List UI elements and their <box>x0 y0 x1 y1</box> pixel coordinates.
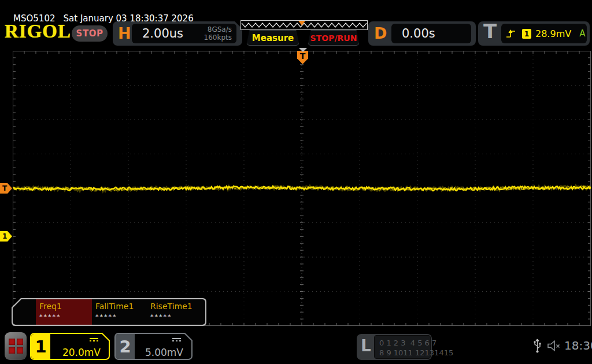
logic-channel-list: 0 1 2 3 4 5 6 7 8 9 1011 12131415 <box>374 335 431 359</box>
rising-edge-trigger-icon <box>506 29 516 39</box>
channel1-values: 20.0mV -28.0mV <box>53 333 101 364</box>
measure-button[interactable]: Measure <box>246 30 299 46</box>
overview-position-marker-icon[interactable] <box>298 21 305 25</box>
dc-coupling-icon <box>90 338 98 343</box>
trigger-position-notch-icon <box>299 48 307 52</box>
stop-run-button[interactable]: STOP/RUN <box>308 30 360 46</box>
graticule-area[interactable]: T <box>13 51 591 326</box>
trigger-level-value: 28.9mV <box>535 28 571 39</box>
rigol-logo: RIGOL <box>5 21 71 42</box>
speaker-muted-icon[interactable] <box>547 340 562 352</box>
trigger-source-badge: 1 <box>522 29 531 39</box>
channel1-badge[interactable]: 1 20.0mV -28.0mV <box>30 333 110 360</box>
measurement-label: Freq1 <box>39 302 88 311</box>
measurement-label: FallTime1 <box>95 302 143 311</box>
grid-and-trace <box>13 51 591 326</box>
logic-row-0-7: 0 1 2 3 4 5 6 7 <box>379 338 430 348</box>
delay-settings-block[interactable]: D 0.00s <box>368 21 476 46</box>
channel1-offset-marker[interactable]: 1 <box>0 231 12 242</box>
sample-rate: 8GSa/s <box>208 25 232 34</box>
trigger-level-marker[interactable]: T <box>0 183 12 194</box>
channel1-scale: 20.0mV <box>62 347 101 358</box>
oscilloscope-screen: MSO5102Sat January 03 18:30:37 2026 RIGO… <box>0 0 592 364</box>
delay-pill: 0.00s <box>391 24 471 43</box>
memory-depth: 160kpts <box>204 34 232 42</box>
acquisition-status-badge: STOP <box>72 25 108 42</box>
usb-icon <box>533 337 542 353</box>
channel2-number: 2 <box>116 334 135 359</box>
horizontal-label: H <box>118 21 131 46</box>
measurement-label: RiseTime1 <box>150 302 198 311</box>
delay-label: D <box>374 21 387 46</box>
channel1-number: 1 <box>31 334 50 359</box>
channel1-offset: -28.0mV <box>53 359 101 364</box>
delay-value: 0.00s <box>402 27 435 40</box>
trigger-settings-block[interactable]: T 1 28.9mV A <box>478 21 590 46</box>
timebase-pill: 2.00us 8GSa/s 160kpts <box>132 24 236 43</box>
measurement-value: ***** <box>39 313 88 321</box>
sample-rate-memdepth: 8GSa/s 160kpts <box>204 25 232 42</box>
clock-display: 18:30 <box>564 339 592 352</box>
measurement-value: ***** <box>95 313 143 321</box>
horizontal-settings-block[interactable]: H 2.00us 8GSa/s 160kpts <box>113 21 242 46</box>
measurement-value: ***** <box>150 313 198 321</box>
timebase-value: 2.00us <box>142 27 183 40</box>
trigger-mode-indicator: A <box>579 28 585 39</box>
measurement-panel[interactable]: Freq1 ***** FallTime1 ***** RiseTime1 **… <box>12 298 206 326</box>
dc-coupling-icon <box>172 338 181 343</box>
logic-channels-badge[interactable]: L 0 1 2 3 4 5 6 7 8 9 1011 12131415 <box>357 334 432 360</box>
trigger-pill: 1 28.9mV A <box>501 24 587 43</box>
measurement-item-falltime1[interactable]: FallTime1 ***** <box>92 299 147 325</box>
measurement-panel-body: Freq1 ***** FallTime1 ***** RiseTime1 **… <box>13 299 205 325</box>
measurement-item-freq1[interactable]: Freq1 ***** <box>36 299 92 325</box>
display-grid-menu-icon[interactable] <box>5 332 27 360</box>
channel2-offset: -7.80mV <box>138 359 183 364</box>
channel2-values: 5.00mV -7.80mV <box>138 333 183 364</box>
trigger-label: T <box>483 19 497 43</box>
logic-row-8-15: 8 9 1011 12131415 <box>379 348 430 358</box>
channel2-scale: 5.00mV <box>145 347 183 358</box>
logic-label: L <box>361 336 371 355</box>
channel2-badge[interactable]: 2 5.00mV -7.80mV <box>114 333 193 360</box>
measurement-item-risetime1[interactable]: RiseTime1 ***** <box>147 299 202 325</box>
